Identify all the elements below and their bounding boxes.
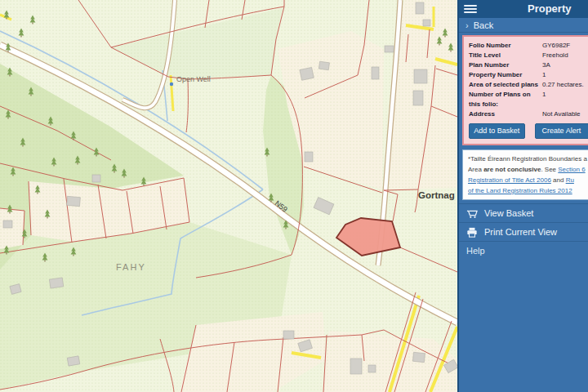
- back-label: Back: [474, 20, 493, 30]
- sidebar-header: Property: [459, 0, 588, 18]
- disclaimer-bold-text: are not conclusive: [483, 166, 541, 173]
- map-canvas[interactable]: Open Well FAHY Gortnag N59: [0, 0, 457, 392]
- view-basket-menu-item[interactable]: View Basket: [459, 203, 588, 222]
- registration-of-title-act-link[interactable]: Registration of Title Act 2006: [468, 176, 551, 184]
- print-current-view-menu-item[interactable]: Print Current View: [459, 222, 588, 241]
- detail-row-plan-count: Number of Plans on this folio: 1: [469, 90, 588, 109]
- basket-icon: [466, 208, 478, 219]
- detail-value: Not Available: [542, 109, 588, 119]
- disclaimer-text: and: [551, 176, 566, 184]
- view-basket-label: View Basket: [484, 208, 533, 218]
- detail-row-plan-number: Plan Number 3A: [469, 60, 588, 70]
- detail-label: Folio Number: [469, 41, 542, 51]
- disclaimer-text: . See: [541, 166, 558, 173]
- detail-row-address: Address Not Available: [469, 109, 588, 119]
- townland-label-gortnag: Gortnag: [418, 190, 455, 200]
- detail-label: Plan Number: [469, 60, 542, 70]
- create-alert-button[interactable]: Create Alert: [535, 123, 588, 139]
- detail-value: Freehold: [542, 51, 588, 60]
- disclaimer-text: *Tailte Éireann Registration Boundaries …: [468, 155, 587, 163]
- help-label: Help: [466, 246, 485, 256]
- detail-value: 1: [542, 90, 588, 109]
- print-current-view-label: Print Current View: [484, 227, 557, 237]
- open-well-label: Open Well: [176, 75, 211, 83]
- printer-icon: [466, 227, 478, 238]
- well-marker-icon: [170, 82, 173, 86]
- property-sidebar: Property › Back Folio Number GY6982F Tit…: [457, 0, 588, 392]
- sidebar-menu: View Basket Print Current View Help: [459, 203, 588, 260]
- townland-label-fahy: FAHY: [116, 262, 146, 272]
- folio-details-panel: Folio Number GY6982F Title Level Freehol…: [462, 35, 588, 145]
- detail-label: Title Level: [469, 51, 542, 60]
- hamburger-menu-icon[interactable]: [464, 3, 477, 15]
- help-menu-item[interactable]: Help: [459, 241, 588, 260]
- detail-label: Area of selected plans: [469, 80, 542, 90]
- detail-value: 3A: [542, 60, 588, 70]
- detail-row-area: Area of selected plans 0.27 hectares.: [469, 80, 588, 90]
- section-6-link[interactable]: Section 6: [558, 166, 585, 173]
- detail-value: 0.27 hectares.: [542, 80, 588, 90]
- rule-link[interactable]: Ru: [566, 176, 574, 184]
- detail-value: 1: [542, 70, 588, 80]
- panel-title: Property: [528, 2, 571, 15]
- detail-row-folio: Folio Number GY6982F: [469, 41, 588, 51]
- add-to-basket-button[interactable]: Add to Basket: [469, 123, 525, 139]
- detail-row-title-level: Title Level Freehold: [469, 51, 588, 60]
- detail-label: Number of Plans on this folio:: [469, 90, 542, 109]
- land-registration-rules-link[interactable]: of the Land Registration Rules 2012: [468, 187, 572, 194]
- chevron-right-icon: ›: [466, 20, 469, 30]
- detail-label: Address: [469, 109, 542, 119]
- disclaimer-text: Area: [468, 166, 483, 173]
- detail-row-property-number: Property Number 1: [469, 70, 588, 80]
- boundaries-disclaimer: *Tailte Éireann Registration Boundaries …: [462, 149, 588, 200]
- detail-label: Property Number: [469, 70, 542, 80]
- landdirect-map-viewer: Open Well FAHY Gortnag N59 Property › Ba…: [0, 0, 588, 392]
- detail-value: GY6982F: [542, 41, 588, 51]
- map-dot-texture: [0, 0, 457, 392]
- back-button[interactable]: › Back: [459, 18, 588, 33]
